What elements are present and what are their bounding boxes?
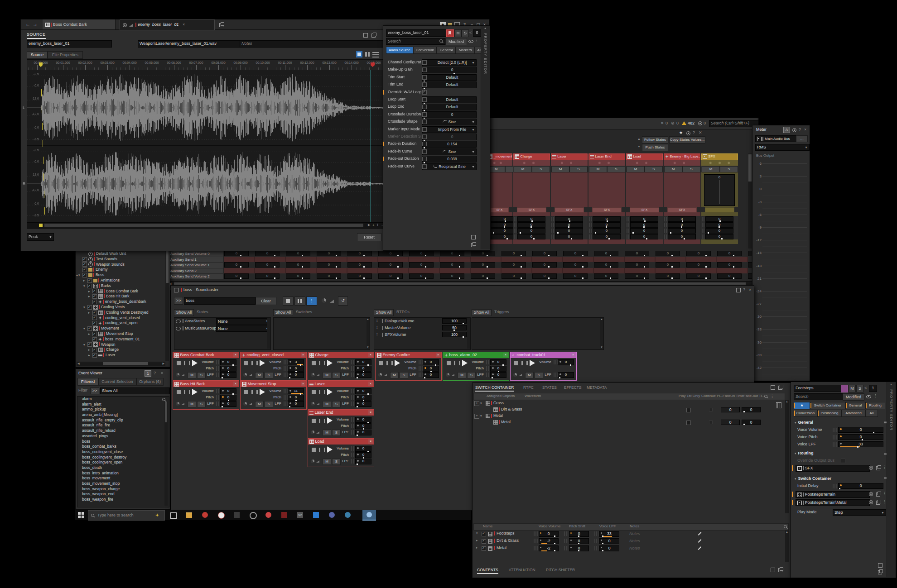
strip-solo-button[interactable]: S	[645, 166, 663, 172]
module-header[interactable]: cooling_vent_closed	[241, 352, 306, 358]
lpf-marker[interactable]	[222, 377, 223, 378]
tab-effects[interactable]: EFFECTS	[564, 385, 582, 390]
more-options-icon[interactable]: ⋮	[883, 499, 887, 504]
lpf-marker[interactable]	[357, 406, 358, 407]
project-tree-row[interactable]: ▾Barks	[77, 283, 164, 289]
event-list-item[interactable]: alarm	[77, 397, 169, 402]
include-checkbox[interactable]	[92, 348, 97, 352]
goto-icon[interactable]	[876, 501, 880, 505]
module-mute-button[interactable]: M	[323, 430, 331, 436]
aux-volume-cell[interactable]: 0	[440, 251, 464, 256]
contents-row[interactable]: ▸ Metal -2 0 0 Notes	[473, 545, 788, 552]
field-checkbox[interactable]	[422, 105, 427, 109]
contents-row[interactable]: ▸ Dirt & Grass -2 0 0 Notes	[473, 538, 788, 545]
lpf-marker[interactable]	[357, 377, 358, 378]
project-tree-row[interactable]: Weapon Sounds	[77, 262, 164, 268]
module-play-button[interactable]	[327, 360, 333, 366]
module-pause-button[interactable]	[319, 361, 325, 365]
event-list-item[interactable]: alarm_alert	[77, 402, 169, 407]
task-view-icon[interactable]	[170, 512, 177, 519]
strip-lpf-value[interactable]: 0	[555, 228, 583, 234]
event-list-item[interactable]: assault_rifle_empty_clip	[77, 418, 169, 423]
module-header[interactable]: Boss Hit Bark	[173, 381, 239, 387]
meter-help-icon[interactable]: ?	[799, 127, 801, 132]
strip-output-bus[interactable]: SFX	[667, 207, 697, 213]
field-value[interactable]: Sine▼	[422, 148, 477, 155]
event-list-item[interactable]: boss_coolingvent_open	[77, 460, 169, 465]
field-checkbox[interactable]	[422, 149, 427, 154]
tab-conversion[interactable]: Conversion	[794, 410, 817, 417]
nav-forward-icon[interactable]: →	[33, 21, 38, 27]
zoom-pause-icon[interactable]: ‖	[377, 223, 378, 226]
strip-mute-button[interactable]: M	[702, 166, 720, 172]
more-options-icon[interactable]: ⋮	[475, 38, 479, 43]
soundcaster-module[interactable]: Enemy Gunfire × M S Volume 0	[375, 352, 442, 381]
visibility-icon[interactable]	[468, 40, 473, 43]
module-close-icon[interactable]: ×	[368, 382, 373, 386]
module-pause-button[interactable]	[319, 448, 325, 452]
project-tree-row[interactable]: ▸Charge	[77, 347, 164, 353]
expander-icon[interactable]: ▸	[88, 331, 92, 337]
tab-advanced[interactable]: Advanced	[842, 410, 865, 417]
share-icon[interactable]: <	[864, 386, 867, 390]
file-explorer-icon[interactable]	[186, 512, 192, 518]
field-value[interactable]: Default	[422, 104, 477, 110]
aux-volume-cell[interactable]: 0	[594, 262, 618, 268]
include-checkbox[interactable]	[92, 294, 97, 299]
continue-play-checkbox[interactable]	[709, 408, 713, 411]
module-mute-button[interactable]: M	[323, 459, 331, 465]
module-pause-button[interactable]	[521, 361, 528, 365]
field-value[interactable]: 0	[422, 134, 477, 140]
tab-routing[interactable]: Routing	[865, 402, 885, 409]
module-play-button[interactable]	[395, 360, 400, 366]
module-mute-button[interactable]: M	[188, 401, 196, 407]
aux-row-cells[interactable]	[224, 257, 748, 262]
timeline-ruler[interactable]: 00:00.000 00:01.000 00:02.000 00:03.000 …	[27, 60, 386, 70]
aux-volume-cell[interactable]: 0	[563, 273, 588, 279]
waveform-canvas[interactable]	[27, 70, 386, 222]
lpf-marker[interactable]	[559, 377, 560, 378]
new-tab-icon[interactable]	[219, 23, 223, 27]
include-checkbox[interactable]	[87, 326, 92, 331]
module-stop-button[interactable]	[312, 448, 316, 452]
tab-conversion[interactable]: Conversion	[413, 47, 437, 54]
app-icon-blue[interactable]	[313, 512, 319, 518]
expander-icon[interactable]: ▸	[88, 310, 92, 316]
tab-switch-container[interactable]: Switch Container	[810, 402, 845, 409]
strip-lpf-value[interactable]: 0	[517, 228, 545, 234]
module-play-button[interactable]	[260, 389, 265, 395]
assigned-object-row[interactable]: + ▾ Metal	[473, 413, 784, 419]
tab-general[interactable]: General	[437, 47, 456, 54]
expander-icon[interactable]: ▸	[88, 294, 92, 299]
strip-output-bus[interactable]: SFX	[555, 207, 584, 213]
aux-volume-cell[interactable]: 0	[317, 273, 341, 279]
close-icon[interactable]: ×	[161, 371, 163, 375]
event-list-item[interactable]: boss_combat_barks	[77, 444, 169, 449]
play-mode-dropdown[interactable]: Step▼	[833, 509, 886, 516]
module-close-icon[interactable]: ×	[503, 353, 508, 357]
help-icon[interactable]: ?	[154, 371, 156, 375]
strip-fader-area[interactable]	[626, 172, 663, 207]
tab-positioning[interactable]: Positioning	[817, 410, 842, 417]
strip-fader-area[interactable]	[701, 172, 738, 207]
include-checkbox[interactable]	[92, 289, 97, 293]
module-mute-button[interactable]: M	[458, 372, 466, 378]
aux-volume-cell[interactable]: 0	[502, 273, 526, 279]
default-switch-field[interactable]: FootstepsTerrain\Metal	[796, 499, 870, 506]
include-checkbox[interactable]	[87, 305, 92, 310]
module-close-icon[interactable]: ×	[368, 439, 373, 444]
include-checkbox[interactable]	[92, 353, 97, 358]
strip-solo-button[interactable]: S	[532, 166, 550, 172]
taskbar-search-box[interactable]: Type here to search	[88, 510, 165, 521]
project-tree-row[interactable]: ▸Boss Combat Bark	[77, 289, 164, 294]
module-mute-button[interactable]: M	[323, 401, 331, 407]
states-scroll-down[interactable]: ▼	[637, 145, 641, 148]
source-path-field[interactable]: Weapon\Laser\enemy_boss_laser_01.wav	[138, 40, 240, 48]
strip-fader-area[interactable]	[513, 172, 550, 207]
filter-expand-button[interactable]: >>	[90, 387, 99, 394]
event-list-item[interactable]: arena_amb [Missing]	[77, 412, 169, 418]
soundcaster-module[interactable]: Load × M S Volume 0	[308, 438, 374, 467]
project-tree-row[interactable]: Enemy	[77, 267, 164, 272]
strip-fader-area[interactable]	[551, 172, 588, 207]
output-bus-field[interactable]: SFX	[796, 465, 870, 472]
